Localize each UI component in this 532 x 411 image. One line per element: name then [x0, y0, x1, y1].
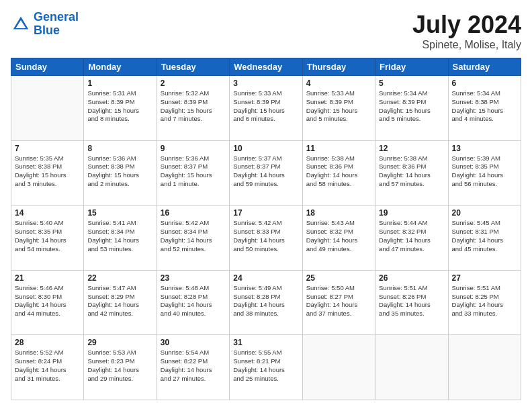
calendar-cell: 25Sunrise: 5:50 AM Sunset: 8:27 PM Dayli…	[302, 270, 375, 335]
calendar-cell: 23Sunrise: 5:48 AM Sunset: 8:28 PM Dayli…	[157, 270, 229, 335]
day-info: Sunrise: 5:38 AM Sunset: 8:36 PM Dayligh…	[379, 154, 444, 189]
day-info: Sunrise: 5:42 AM Sunset: 8:34 PM Dayligh…	[161, 219, 226, 253]
calendar-cell: 6Sunrise: 5:34 AM Sunset: 8:38 PM Daylig…	[448, 76, 521, 141]
calendar-cell: 2Sunrise: 5:32 AM Sunset: 8:39 PM Daylig…	[157, 76, 229, 141]
day-number: 12	[379, 144, 444, 153]
day-info: Sunrise: 5:50 AM Sunset: 8:27 PM Dayligh…	[306, 284, 371, 318]
day-info: Sunrise: 5:46 AM Sunset: 8:30 PM Dayligh…	[15, 284, 80, 318]
day-number: 26	[379, 273, 444, 283]
page: General Blue July 2024 Spinete, Molise, …	[0, 0, 532, 411]
calendar-cell: 17Sunrise: 5:42 AM Sunset: 8:33 PM Dayli…	[230, 205, 302, 271]
weekday-thursday: Thursday	[302, 58, 375, 76]
day-number: 17	[233, 208, 298, 218]
calendar-cell: 9Sunrise: 5:36 AM Sunset: 8:37 PM Daylig…	[157, 140, 229, 205]
day-number: 3	[233, 79, 298, 88]
calendar-cell	[11, 76, 84, 141]
day-info: Sunrise: 5:49 AM Sunset: 8:28 PM Dayligh…	[233, 284, 298, 318]
weekday-wednesday: Wednesday	[230, 58, 302, 76]
day-number: 13	[452, 144, 517, 153]
calendar-cell: 28Sunrise: 5:52 AM Sunset: 8:24 PM Dayli…	[11, 335, 84, 400]
day-number: 8	[87, 144, 152, 153]
calendar-cell: 15Sunrise: 5:41 AM Sunset: 8:34 PM Dayli…	[84, 205, 157, 271]
weekday-monday: Monday	[84, 58, 157, 76]
calendar-cell: 12Sunrise: 5:38 AM Sunset: 8:36 PM Dayli…	[375, 140, 448, 205]
day-number: 2	[161, 79, 226, 88]
day-info: Sunrise: 5:38 AM Sunset: 8:36 PM Dayligh…	[306, 154, 371, 189]
day-number: 6	[452, 79, 517, 88]
day-info: Sunrise: 5:42 AM Sunset: 8:33 PM Dayligh…	[233, 219, 298, 253]
day-info: Sunrise: 5:52 AM Sunset: 8:24 PM Dayligh…	[15, 349, 80, 383]
week-row-2: 14Sunrise: 5:40 AM Sunset: 8:35 PM Dayli…	[11, 205, 521, 271]
location: Spinete, Molise, Italy	[412, 39, 521, 51]
calendar-cell: 22Sunrise: 5:47 AM Sunset: 8:29 PM Dayli…	[84, 270, 157, 335]
day-info: Sunrise: 5:40 AM Sunset: 8:35 PM Dayligh…	[15, 219, 80, 253]
calendar-cell	[302, 335, 375, 400]
day-number: 27	[452, 273, 517, 283]
logo: General Blue	[11, 11, 79, 38]
logo-icon	[11, 14, 31, 34]
week-row-1: 7Sunrise: 5:35 AM Sunset: 8:38 PM Daylig…	[11, 140, 521, 205]
calendar-cell: 20Sunrise: 5:45 AM Sunset: 8:31 PM Dayli…	[448, 205, 521, 271]
day-number: 16	[161, 208, 226, 218]
day-number: 1	[87, 79, 152, 88]
day-number: 19	[379, 208, 444, 218]
day-number: 18	[306, 208, 371, 218]
calendar-cell: 31Sunrise: 5:55 AM Sunset: 8:21 PM Dayli…	[230, 335, 302, 400]
calendar-cell: 21Sunrise: 5:46 AM Sunset: 8:30 PM Dayli…	[11, 270, 84, 335]
day-number: 24	[233, 273, 298, 283]
weekday-saturday: Saturday	[448, 58, 521, 76]
day-number: 30	[161, 338, 226, 347]
day-info: Sunrise: 5:31 AM Sunset: 8:39 PM Dayligh…	[87, 89, 152, 124]
calendar-cell: 11Sunrise: 5:38 AM Sunset: 8:36 PM Dayli…	[302, 140, 375, 205]
calendar-cell: 26Sunrise: 5:51 AM Sunset: 8:26 PM Dayli…	[375, 270, 448, 335]
day-info: Sunrise: 5:33 AM Sunset: 8:39 PM Dayligh…	[233, 89, 298, 124]
day-info: Sunrise: 5:39 AM Sunset: 8:35 PM Dayligh…	[452, 154, 517, 189]
calendar-cell: 3Sunrise: 5:33 AM Sunset: 8:39 PM Daylig…	[230, 76, 302, 141]
day-number: 23	[161, 273, 226, 283]
day-number: 29	[87, 338, 152, 347]
calendar-cell: 18Sunrise: 5:43 AM Sunset: 8:32 PM Dayli…	[302, 205, 375, 271]
week-row-3: 21Sunrise: 5:46 AM Sunset: 8:30 PM Dayli…	[11, 270, 521, 335]
calendar-cell: 29Sunrise: 5:53 AM Sunset: 8:23 PM Dayli…	[84, 335, 157, 400]
logo-blue: Blue	[34, 24, 60, 37]
day-info: Sunrise: 5:35 AM Sunset: 8:38 PM Dayligh…	[15, 154, 80, 189]
day-info: Sunrise: 5:41 AM Sunset: 8:34 PM Dayligh…	[87, 219, 152, 253]
day-number: 10	[233, 144, 298, 153]
calendar-body: 1Sunrise: 5:31 AM Sunset: 8:39 PM Daylig…	[11, 76, 521, 400]
week-row-4: 28Sunrise: 5:52 AM Sunset: 8:24 PM Dayli…	[11, 335, 521, 400]
calendar-cell: 4Sunrise: 5:33 AM Sunset: 8:39 PM Daylig…	[302, 76, 375, 141]
day-number: 9	[161, 144, 226, 153]
month-title: July 2024	[412, 11, 521, 39]
day-info: Sunrise: 5:37 AM Sunset: 8:37 PM Dayligh…	[233, 154, 298, 189]
day-info: Sunrise: 5:34 AM Sunset: 8:39 PM Dayligh…	[379, 89, 444, 124]
weekday-friday: Friday	[375, 58, 448, 76]
day-info: Sunrise: 5:55 AM Sunset: 8:21 PM Dayligh…	[233, 349, 298, 383]
calendar-cell: 19Sunrise: 5:44 AM Sunset: 8:32 PM Dayli…	[375, 205, 448, 271]
weekday-header-row: SundayMondayTuesdayWednesdayThursdayFrid…	[11, 58, 521, 76]
day-number: 4	[306, 79, 371, 88]
logo-text: General Blue	[34, 11, 79, 38]
calendar-cell: 14Sunrise: 5:40 AM Sunset: 8:35 PM Dayli…	[11, 205, 84, 271]
weekday-sunday: Sunday	[11, 58, 84, 76]
day-info: Sunrise: 5:44 AM Sunset: 8:32 PM Dayligh…	[379, 219, 444, 253]
logo-general: General	[34, 10, 79, 24]
day-info: Sunrise: 5:33 AM Sunset: 8:39 PM Dayligh…	[306, 89, 371, 124]
calendar-cell: 7Sunrise: 5:35 AM Sunset: 8:38 PM Daylig…	[11, 140, 84, 205]
calendar-cell: 13Sunrise: 5:39 AM Sunset: 8:35 PM Dayli…	[448, 140, 521, 205]
day-number: 22	[87, 273, 152, 283]
title-block: July 2024 Spinete, Molise, Italy	[412, 11, 521, 51]
calendar-cell: 5Sunrise: 5:34 AM Sunset: 8:39 PM Daylig…	[375, 76, 448, 141]
day-info: Sunrise: 5:48 AM Sunset: 8:28 PM Dayligh…	[161, 284, 226, 318]
day-number: 7	[15, 144, 80, 153]
day-info: Sunrise: 5:54 AM Sunset: 8:22 PM Dayligh…	[161, 349, 226, 383]
day-number: 11	[306, 144, 371, 153]
calendar-cell: 27Sunrise: 5:51 AM Sunset: 8:25 PM Dayli…	[448, 270, 521, 335]
day-info: Sunrise: 5:45 AM Sunset: 8:31 PM Dayligh…	[452, 219, 517, 253]
day-number: 21	[15, 273, 80, 283]
calendar-table: SundayMondayTuesdayWednesdayThursdayFrid…	[11, 58, 521, 400]
header: General Blue July 2024 Spinete, Molise, …	[11, 11, 521, 51]
day-info: Sunrise: 5:51 AM Sunset: 8:26 PM Dayligh…	[379, 284, 444, 318]
day-number: 5	[379, 79, 444, 88]
day-info: Sunrise: 5:34 AM Sunset: 8:38 PM Dayligh…	[452, 89, 517, 124]
day-info: Sunrise: 5:43 AM Sunset: 8:32 PM Dayligh…	[306, 219, 371, 253]
